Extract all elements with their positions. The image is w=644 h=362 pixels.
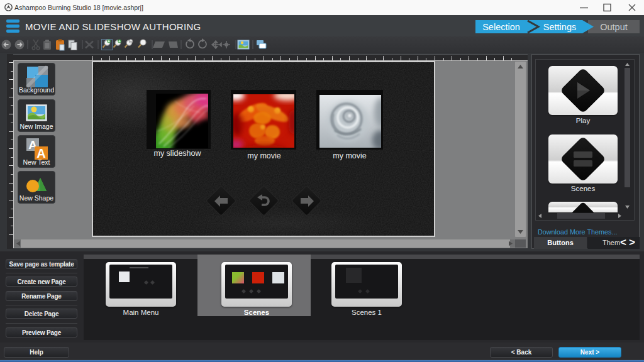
svg-text:Selection: Selection xyxy=(482,22,520,32)
svg-text:Output: Output xyxy=(600,22,628,32)
svg-text:Settings: Settings xyxy=(543,22,576,32)
